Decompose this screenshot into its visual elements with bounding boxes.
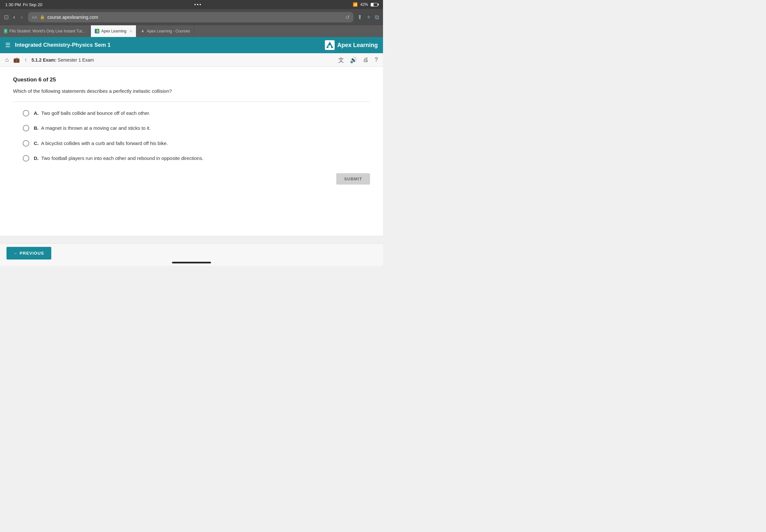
sidebar-toggle-icon[interactable]: ⊡: [4, 14, 9, 21]
option-b-letter: B.: [34, 125, 39, 131]
battery-pct: 42%: [360, 2, 368, 7]
course-header: ☰ Integrated Chemistry-Physics Sem 1 Ape…: [0, 37, 383, 53]
print-icon[interactable]: 🖨: [363, 56, 369, 63]
home-indicator: [172, 262, 211, 263]
option-a-letter: A.: [34, 110, 39, 116]
share-button[interactable]: ⬆: [357, 14, 362, 21]
browser-bar: ⊡ ‹ › AA 🔒 course.apexlearning.com ↺ ⬆ +…: [0, 9, 383, 25]
tab-filo[interactable]: F Filo Student: World's Only Live Instan…: [0, 25, 91, 37]
tabs-button[interactable]: ⧉: [375, 14, 379, 21]
option-d[interactable]: D. Two football players run into each ot…: [23, 155, 370, 162]
address-bar[interactable]: AA 🔒 course.apexlearning.com ↺: [28, 12, 354, 22]
question-text: Which of the following statements descri…: [13, 88, 370, 95]
speaker-icon[interactable]: 🔊: [350, 56, 357, 64]
main-content: Question 6 of 25 Which of the following …: [0, 67, 383, 236]
home-icon[interactable]: ⌂: [5, 56, 9, 63]
url-text: course.apexlearning.com: [47, 15, 98, 20]
submit-area: SUBMIT: [13, 170, 370, 191]
tab-apex-courses[interactable]: A Apex Learning - Courses: [136, 25, 194, 37]
time-display: 1:30 PM: [5, 2, 21, 7]
previous-button[interactable]: ← PREVIOUS: [6, 247, 51, 260]
briefcase-icon[interactable]: 💼: [13, 57, 20, 63]
radio-a[interactable]: [23, 110, 29, 116]
tab-apex-title: Apex Learning: [101, 29, 126, 33]
option-c-letter: C.: [34, 140, 39, 146]
svg-rect-2: [328, 45, 331, 48]
option-a[interactable]: A. Two golf balls collide and bounce off…: [23, 110, 370, 117]
reload-button[interactable]: ↺: [345, 14, 349, 20]
battery-icon: [371, 3, 378, 6]
date-display: Fri Sep 20: [23, 2, 42, 7]
apex-logo-icon: [325, 40, 334, 50]
new-tab-button[interactable]: +: [367, 14, 370, 21]
options-list: A. Two golf balls collide and bounce off…: [13, 110, 370, 162]
wifi-icon: 📶: [353, 2, 358, 7]
tab-apex-learning[interactable]: 📗 Apex Learning ✕: [91, 25, 136, 37]
bottom-bar: ← PREVIOUS: [0, 243, 383, 266]
tabs-bar: F Filo Student: World's Only Live Instan…: [0, 25, 383, 37]
option-d-letter: D.: [34, 155, 39, 161]
lock-icon: 🔒: [40, 15, 45, 19]
tab-courses-title: Apex Learning - Courses: [147, 29, 190, 33]
option-d-text: D. Two football players run into each ot…: [34, 155, 203, 162]
tab-apex-favicon: 📗: [95, 29, 99, 33]
translate-icon[interactable]: 文: [338, 56, 344, 64]
tab-filo-favicon: F: [4, 29, 7, 33]
option-c[interactable]: C. A bicyclist collides with a curb and …: [23, 140, 370, 147]
question-header: Question 6 of 25: [13, 77, 370, 83]
help-icon[interactable]: ?: [374, 56, 378, 63]
option-c-text: C. A bicyclist collides with a curb and …: [34, 140, 168, 147]
option-a-text: A. Two golf balls collide and bounce off…: [34, 110, 150, 117]
tab-courses-favicon: A: [140, 29, 145, 33]
dot-2: [197, 4, 198, 5]
status-bar: 1:30 PM Fri Sep 20 📶 42%: [0, 0, 383, 9]
course-title: Integrated Chemistry-Physics Sem 1: [15, 42, 111, 48]
breadcrumb-divider: ↑: [24, 57, 27, 63]
tab-apex-close-icon[interactable]: ✕: [129, 30, 132, 33]
menu-icon[interactable]: ☰: [5, 42, 10, 49]
back-button[interactable]: ‹: [12, 13, 16, 21]
radio-d[interactable]: [23, 155, 29, 162]
breadcrumb-text: 5.1.2 Exam: Semester 1 Exam: [31, 57, 94, 63]
radio-b[interactable]: [23, 125, 29, 131]
submit-button[interactable]: SUBMIT: [336, 173, 370, 185]
option-b[interactable]: B. A magnet is thrown at a moving car an…: [23, 125, 370, 132]
forward-button[interactable]: ›: [19, 13, 24, 21]
apex-logo: Apex Learning: [325, 40, 378, 50]
dot-1: [194, 4, 196, 5]
breadcrumb-bar: ⌂ 💼 ↑ 5.1.2 Exam: Semester 1 Exam 文 🔊 🖨 …: [0, 53, 383, 67]
radio-c[interactable]: [23, 140, 29, 147]
tab-filo-title: Filo Student: World's Only Live Instant …: [9, 29, 87, 33]
dot-3: [200, 4, 201, 5]
question-divider: [13, 102, 370, 102]
option-b-text: B. A magnet is thrown at a moving car an…: [34, 125, 151, 132]
font-size-label: AA: [32, 15, 37, 20]
